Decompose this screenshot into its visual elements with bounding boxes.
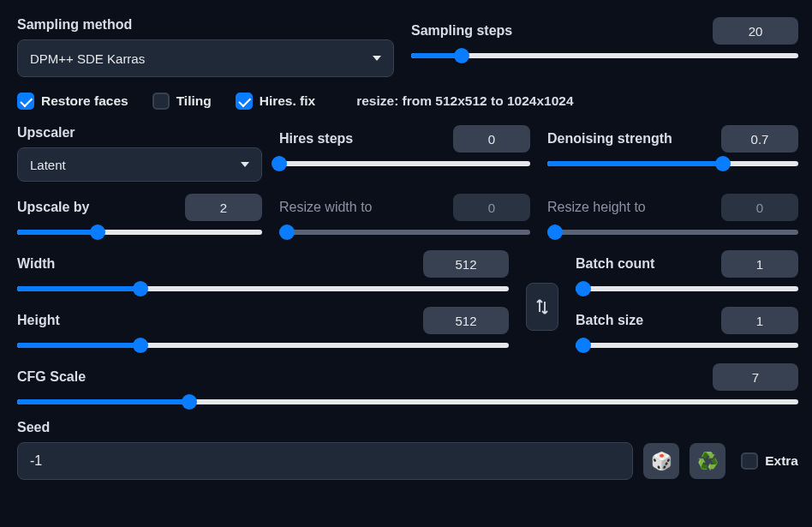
hires-fix-checkbox[interactable]: Hires. fix [236,93,315,110]
resize-width-slider[interactable] [279,226,530,238]
resize-height-slider[interactable] [547,226,798,238]
denoising-strength-slider[interactable] [547,158,798,170]
sampling-method-select[interactable]: DPM++ SDE Karras [17,39,394,77]
chevron-down-icon [373,56,381,61]
upscale-by-label: Upscale by [17,200,89,215]
sampling-method-value: DPM++ SDE Karras [30,51,145,66]
recycle-icon: ♻️ [697,451,719,471]
height-label: Height [17,313,60,328]
chevron-down-icon [241,162,249,167]
batch-size-slider[interactable] [576,339,798,351]
resize-height-label: Resize height to [547,200,646,215]
resize-width-input[interactable] [453,194,530,221]
upscaler-label: Upscaler [17,125,262,141]
upscale-by-slider[interactable] [17,226,262,238]
sampling-method-label: Sampling method [17,17,394,33]
sampling-steps-slider[interactable] [411,50,798,62]
upscale-by-input[interactable] [185,194,262,221]
upscaler-select[interactable]: Latent [17,147,262,182]
sampling-steps-input[interactable] [713,17,798,45]
batch-count-label: Batch count [576,256,654,272]
batch-size-label: Batch size [576,313,643,328]
swap-dimensions-button[interactable] [526,283,558,331]
resize-height-input[interactable] [721,194,798,221]
cfg-scale-slider[interactable] [17,396,798,408]
hires-steps-slider[interactable] [279,158,530,170]
upscaler-value: Latent [30,158,66,172]
cfg-scale-input[interactable] [713,363,798,391]
height-slider[interactable] [17,339,509,351]
seed-label: Seed [17,420,798,435]
hires-steps-label: Hires steps [279,131,353,147]
extra-seed-checkbox[interactable]: Extra [741,452,798,470]
denoising-strength-input[interactable] [721,125,798,153]
width-label: Width [17,256,55,272]
seed-input[interactable] [17,442,633,480]
batch-count-input[interactable] [721,250,798,278]
random-seed-button[interactable]: 🎲 [643,443,679,479]
cfg-scale-label: CFG Scale [17,369,86,385]
width-slider[interactable] [17,283,509,295]
hires-steps-input[interactable] [453,125,530,153]
resize-width-label: Resize width to [279,200,373,215]
sampling-steps-label: Sampling steps [411,23,512,39]
height-input[interactable] [423,307,509,334]
batch-size-input[interactable] [721,307,798,334]
resize-summary: resize: from 512x512 to 1024x1024 [356,93,573,109]
width-input[interactable] [423,250,509,278]
reuse-seed-button[interactable]: ♻️ [690,443,725,479]
denoising-strength-label: Denoising strength [547,131,672,147]
dice-icon: 🎲 [651,451,672,471]
restore-faces-checkbox[interactable]: Restore faces [17,93,128,110]
batch-count-slider[interactable] [576,283,798,295]
swap-icon [534,297,550,316]
tiling-checkbox[interactable]: Tiling [152,93,212,110]
